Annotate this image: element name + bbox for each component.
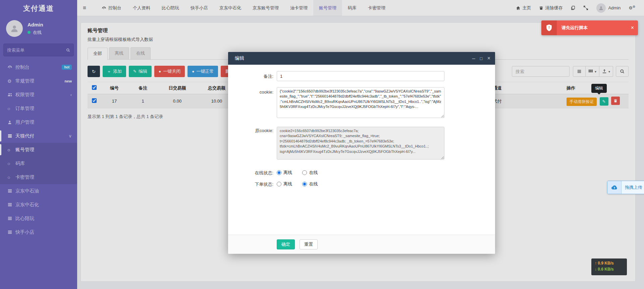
confirm-button[interactable]: 确定 [277, 239, 295, 249]
raw-cookie-textarea[interactable]: cookie2=156c6507db992be3f123035c3efeac7a… [277, 127, 444, 160]
edit-tooltip: 编辑 [591, 84, 607, 93]
modal-header[interactable]: 编辑 ─ □ × [228, 52, 495, 65]
radio-online[interactable] [302, 182, 307, 186]
modal-title: 编辑 [235, 55, 244, 61]
cookie-field-row: cookie: {"cookie2":"156c6507db992be3f123… [233, 87, 490, 119]
online-status-online-option[interactable]: 在线 [302, 170, 318, 176]
svg-text:!: ! [548, 25, 550, 30]
run-script-alert: ! 请先运行脚本 × [541, 20, 638, 35]
raw-cookie-label: 原cookie: [233, 125, 273, 161]
network-speed-widget: ↑ 0.9 KB/s ↓ 0.6 KB/s [591, 258, 627, 275]
edit-modal: 编辑 ─ □ × 备注: cookie: {"cookie2":"156c650… [228, 52, 495, 254]
upload-arrow-icon: ↑ [595, 261, 597, 266]
order-status-row: 下单状态: 离线 在线 [233, 181, 490, 188]
drag-upload-button[interactable]: 拖拽上传 [607, 181, 644, 194]
raw-cookie-field-row: 原cookie: cookie2=156c6507db992be3f123035… [233, 125, 490, 161]
order-status-offline-option[interactable]: 离线 [277, 181, 292, 187]
close-icon[interactable]: × [487, 56, 490, 61]
upload-label: 拖拽上传 [625, 184, 642, 190]
online-status-offline-option[interactable]: 离线 [277, 170, 292, 176]
shield-icon: ! [541, 20, 557, 35]
minimize-icon[interactable]: ─ [472, 56, 475, 61]
alert-text: 请先运行脚本 [561, 25, 588, 31]
note-field-row: 备注: [233, 71, 490, 81]
radio-offline[interactable] [277, 182, 281, 186]
note-label: 备注: [233, 71, 273, 81]
online-status-label: 在线状态: [233, 170, 273, 176]
radio-online[interactable] [302, 170, 307, 175]
radio-offline[interactable] [277, 170, 281, 175]
cookie-textarea[interactable]: {"cookie2":"156c6507db992be3f123035c3efe… [277, 87, 444, 118]
cloud-upload-icon [607, 181, 622, 194]
order-status-online-option[interactable]: 在线 [302, 181, 318, 187]
cookie-label: cookie: [233, 87, 273, 119]
order-status-label: 下单状态: [233, 181, 273, 188]
reset-button[interactable]: 重置 [300, 239, 318, 249]
download-arrow-icon: ↓ [595, 267, 597, 272]
download-speed: 0.6 KB/s [598, 267, 613, 272]
note-input[interactable] [277, 71, 444, 81]
upload-speed: 0.9 KB/s [598, 261, 613, 266]
online-status-row: 在线状态: 离线 在线 [233, 170, 490, 176]
alert-close-icon[interactable]: × [631, 25, 634, 31]
maximize-icon[interactable]: □ [480, 56, 483, 61]
modal-footer: 确定 重置 [228, 235, 495, 254]
